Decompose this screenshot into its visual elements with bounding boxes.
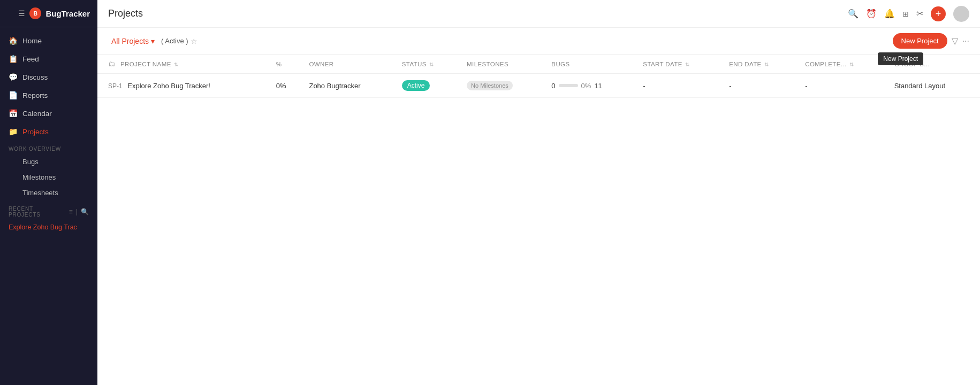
tools-icon[interactable]: ✂ xyxy=(916,9,923,19)
sort-icon: ⇅ xyxy=(174,61,178,67)
col-project-name[interactable]: 🗂 PROJECT NAME ⇅ xyxy=(97,55,270,74)
col-bugs[interactable]: BUGS xyxy=(545,55,636,74)
sort-icon: ⇅ xyxy=(429,61,434,67)
sub-toolbar-right: New Project ▽ ··· xyxy=(893,33,969,49)
project-id: SP-1 xyxy=(108,82,123,90)
topbar-icons: 🔍 ⏰ 🔔 ⊞ ✂ + xyxy=(848,6,969,22)
bell-icon[interactable]: 🔔 xyxy=(884,9,895,19)
td-start-date: - xyxy=(636,74,723,98)
td-project-name: SP-1 Explore Zoho Bug Tracker! xyxy=(97,74,270,98)
projects-icon: 📁 xyxy=(9,127,17,136)
clock-icon[interactable]: ⏰ xyxy=(866,9,877,19)
grid-icon[interactable]: ⊞ xyxy=(902,10,909,18)
sidebar-item-feed[interactable]: 📋 Feed xyxy=(0,50,97,68)
new-project-button[interactable]: New Project xyxy=(893,33,947,49)
sidebar-item-discuss[interactable]: 💬 Discuss xyxy=(0,68,97,86)
col-complete[interactable]: COMPLETE... ⇅ xyxy=(799,55,887,74)
add-button[interactable]: + xyxy=(931,6,946,21)
dropdown-icon: ▾ xyxy=(151,37,155,45)
topbar: Projects 🔍 ⏰ 🔔 ⊞ ✂ + xyxy=(97,0,980,28)
col-status[interactable]: STATUS ⇅ xyxy=(396,55,460,74)
sidebar-item-projects[interactable]: 📁 Projects xyxy=(0,122,97,141)
table-icon: 🗂 xyxy=(108,60,115,68)
table-header-row: 🗂 PROJECT NAME ⇅ % OWNER STATUS ⇅ xyxy=(97,55,980,74)
sidebar-item-label: Feed xyxy=(22,55,39,63)
td-group: Standard Layout xyxy=(888,74,980,98)
col-owner[interactable]: OWNER xyxy=(302,55,395,74)
sidebar-item-calendar[interactable]: 📅 Calendar xyxy=(0,104,97,122)
more-options-button[interactable]: ··· xyxy=(962,36,969,46)
work-overview-section: WORK OVERVIEW xyxy=(0,141,97,154)
col-percent[interactable]: % xyxy=(270,55,303,74)
td-bugs: 0 0% 11 xyxy=(545,74,636,98)
projects-table-container: 🗂 PROJECT NAME ⇅ % OWNER STATUS ⇅ xyxy=(97,55,980,385)
col-end-date[interactable]: END DATE ⇅ xyxy=(723,55,799,74)
search-icon[interactable]: 🔍 xyxy=(848,9,859,19)
all-projects-label: All Projects xyxy=(111,37,149,45)
avatar[interactable] xyxy=(953,6,969,22)
sidebar-item-home[interactable]: 🏠 Home xyxy=(0,32,97,50)
projects-table: 🗂 PROJECT NAME ⇅ % OWNER STATUS ⇅ xyxy=(97,55,980,98)
bugs-cell: 0 0% 11 xyxy=(551,82,630,90)
sub-toolbar: All Projects ▾ ( Active ) ☆ New Project … xyxy=(97,28,980,55)
sidebar-item-milestones[interactable]: Milestones xyxy=(0,170,97,185)
page-title: Projects xyxy=(108,8,848,19)
sidebar-item-label: Home xyxy=(22,37,42,45)
td-owner: Zoho Bugtracker xyxy=(302,74,395,98)
hamburger-icon[interactable]: ☰ xyxy=(18,9,25,18)
td-complete: - xyxy=(799,74,887,98)
bugs-percent: 0% xyxy=(581,82,591,90)
sidebar-item-label: Reports xyxy=(22,91,48,99)
recent-project-item[interactable]: Explore Zoho Bug Trac xyxy=(0,220,97,235)
app-logo: B xyxy=(29,7,41,19)
recent-projects-header: RECENT PROJECTS ≡ | 🔍 xyxy=(0,201,97,220)
filter-recent-icon[interactable]: ≡ xyxy=(69,208,73,215)
sidebar-item-timesheets[interactable]: Timesheets xyxy=(0,185,97,201)
sidebar: ☰ B BugTracker 🏠 Home 📋 Feed 💬 Discuss 📄… xyxy=(0,0,97,385)
td-status: Active xyxy=(396,74,460,98)
search-recent-icon[interactable]: 🔍 xyxy=(81,208,89,215)
td-end-date: - xyxy=(723,74,799,98)
td-milestones: No Milestones xyxy=(460,74,545,98)
bugs-open: 0 xyxy=(551,82,555,90)
bug-progress-bar xyxy=(559,84,578,87)
reports-icon: 📄 xyxy=(9,91,17,99)
home-icon: 🏠 xyxy=(9,36,17,45)
filter-button[interactable]: ▽ xyxy=(952,36,958,46)
sort-icon: ⇅ xyxy=(764,61,769,67)
status-badge: Active xyxy=(402,80,430,91)
sidebar-item-bugs[interactable]: Bugs xyxy=(0,154,97,170)
discuss-icon: 💬 xyxy=(9,73,17,81)
app-name: BugTracker xyxy=(45,9,90,18)
calendar-icon: 📅 xyxy=(9,109,17,118)
sidebar-item-reports[interactable]: 📄 Reports xyxy=(0,86,97,104)
all-projects-button[interactable]: All Projects ▾ xyxy=(108,35,158,48)
active-badge: ( Active ) xyxy=(161,37,188,45)
sidebar-header: ☰ B BugTracker xyxy=(0,0,97,27)
sidebar-item-label: Calendar xyxy=(22,110,52,118)
col-milestones[interactable]: MILESTONES xyxy=(460,55,545,74)
sort-icon: ⇅ xyxy=(849,61,854,67)
recent-projects-title: RECENT PROJECTS xyxy=(9,206,66,218)
sidebar-item-label: Projects xyxy=(22,128,49,136)
bugs-total: 11 xyxy=(594,82,602,90)
col-group[interactable]: GROUP B... xyxy=(888,55,980,74)
feed-icon: 📋 xyxy=(9,55,17,63)
sidebar-nav: 🏠 Home 📋 Feed 💬 Discuss 📄 Reports 📅 Cale… xyxy=(0,27,97,385)
no-milestones-badge: No Milestones xyxy=(467,81,513,90)
table-row: SP-1 Explore Zoho Bug Tracker! 0% Zoho B… xyxy=(97,74,980,98)
project-name-link[interactable]: Explore Zoho Bug Tracker! xyxy=(127,82,210,90)
main-content: Projects 🔍 ⏰ 🔔 ⊞ ✂ + All Projects ▾ ( Ac… xyxy=(97,0,980,385)
col-start-date[interactable]: START DATE ⇅ xyxy=(636,55,723,74)
sort-icon: ⇅ xyxy=(685,61,689,67)
star-icon[interactable]: ☆ xyxy=(191,37,197,45)
recent-icons: ≡ | 🔍 xyxy=(69,208,89,215)
sidebar-item-label: Discuss xyxy=(22,73,48,81)
td-percent: 0% xyxy=(270,74,303,98)
